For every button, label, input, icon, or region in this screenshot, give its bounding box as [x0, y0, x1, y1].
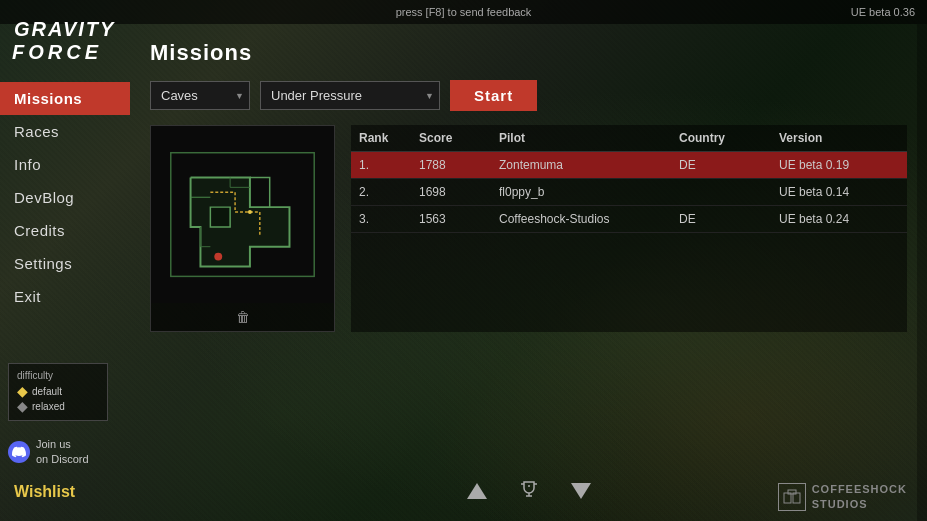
lb-score-1: 1788	[419, 158, 499, 172]
svg-point-7	[528, 485, 530, 487]
lb-pilot-2: fl0ppy_b	[499, 185, 679, 199]
nav-item-races[interactable]: Races	[0, 115, 130, 148]
svg-marker-6	[467, 483, 487, 499]
lb-score-2: 1698	[419, 185, 499, 199]
content-area: 🗑 Rank Score Pilot Country Version 1. 17…	[150, 125, 907, 332]
difficulty-default[interactable]: ◆ default	[17, 384, 99, 398]
nav-item-devblog[interactable]: DevBlog	[0, 181, 130, 214]
page-title: Missions	[150, 40, 907, 66]
lb-version-2: UE beta 0.14	[779, 185, 899, 199]
up-arrow-icon	[463, 477, 491, 505]
nav-down-button[interactable]	[565, 475, 597, 507]
category-select[interactable]: Caves	[150, 81, 250, 110]
lb-header: Rank Score Pilot Country Version	[351, 125, 907, 152]
sidebar: G GRAVITY FORCE Missions Races Info DevB…	[0, 0, 130, 521]
lb-row-3: 3. 1563 Coffeeshock-Studios DE UE beta 0…	[351, 206, 907, 233]
nav-item-missions[interactable]: Missions	[0, 82, 130, 115]
start-button[interactable]: Start	[450, 80, 537, 111]
svg-marker-8	[571, 483, 591, 499]
logo-force: FORCE	[10, 41, 110, 64]
map-container: 🗑	[150, 125, 335, 332]
nav-item-exit[interactable]: Exit	[0, 280, 130, 313]
lb-col-rank: Rank	[359, 131, 419, 145]
lb-country-2	[679, 185, 779, 199]
lb-rank-3: 3.	[359, 212, 419, 226]
mission-select-wrapper: Under Pressure	[260, 81, 440, 110]
lb-country-1: DE	[679, 158, 779, 172]
category-select-wrapper: Caves	[150, 81, 250, 110]
leaderboard: Rank Score Pilot Country Version 1. 1788…	[351, 125, 907, 332]
difficulty-box: difficulty ◆ default ◆ relaxed	[8, 363, 108, 421]
difficulty-title: difficulty	[17, 370, 99, 381]
lb-col-pilot: Pilot	[499, 131, 679, 145]
top-bar: press [F8] to send feedback UE beta 0.36	[0, 0, 927, 24]
lb-pilot-3: Coffeeshock-Studios	[499, 212, 679, 226]
lb-col-version: Version	[779, 131, 899, 145]
lb-pilot-1: Zontemuma	[499, 158, 679, 172]
svg-point-5	[248, 210, 252, 214]
mission-select[interactable]: Under Pressure	[260, 81, 440, 110]
controls-row: Caves Under Pressure Start	[150, 80, 907, 111]
nav-item-info[interactable]: Info	[0, 148, 130, 181]
difficulty-relaxed[interactable]: ◆ relaxed	[17, 399, 99, 413]
version-text: UE beta 0.36	[851, 6, 915, 18]
discord-text: Join us on Discord	[36, 437, 89, 466]
lb-rank-2: 2.	[359, 185, 419, 199]
logo: G GRAVITY FORCE	[0, 10, 120, 72]
logo-gravity: GRAVITY	[14, 18, 115, 41]
delete-icon[interactable]: 🗑	[236, 309, 250, 325]
lb-version-1: UE beta 0.19	[779, 158, 899, 172]
trophy-button[interactable]	[513, 475, 545, 507]
map-svg	[151, 126, 334, 303]
down-arrow-icon	[567, 477, 595, 505]
feedback-text: press [F8] to send feedback	[396, 6, 532, 18]
lb-col-country: Country	[679, 131, 779, 145]
nav-item-credits[interactable]: Credits	[0, 214, 130, 247]
lb-version-3: UE beta 0.24	[779, 212, 899, 226]
lb-rank-1: 1.	[359, 158, 419, 172]
discord-icon	[8, 441, 30, 463]
lb-country-3: DE	[679, 212, 779, 226]
bottom-nav	[461, 475, 597, 507]
discord-line1: Join us	[36, 437, 89, 451]
nav-menu: Missions Races Info DevBlog Credits Sett…	[0, 82, 130, 313]
svg-point-4	[214, 253, 222, 261]
lb-col-score: Score	[419, 131, 499, 145]
bullet-icon: ◆	[17, 384, 28, 398]
difficulty-relaxed-label: relaxed	[32, 401, 65, 412]
map-display	[151, 126, 334, 303]
map-footer: 🗑	[230, 303, 256, 331]
discord-link[interactable]: Join us on Discord	[8, 437, 89, 466]
bullet-icon-2: ◆	[17, 399, 28, 413]
nav-up-button[interactable]	[461, 475, 493, 507]
trophy-icon	[517, 479, 541, 503]
discord-line2: on Discord	[36, 452, 89, 466]
nav-item-settings[interactable]: Settings	[0, 247, 130, 280]
lb-score-3: 1563	[419, 212, 499, 226]
lb-row-1: 1. 1788 Zontemuma DE UE beta 0.19	[351, 152, 907, 179]
difficulty-default-label: default	[32, 386, 62, 397]
main-content: Missions Caves Under Pressure Start	[130, 24, 927, 521]
wishlist-button[interactable]: Wishlist	[14, 483, 75, 501]
lb-row-2: 2. 1698 fl0ppy_b UE beta 0.14	[351, 179, 907, 206]
